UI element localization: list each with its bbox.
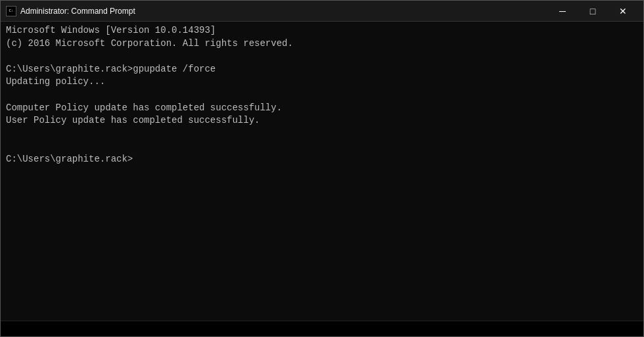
terminal-line: C:\Users\graphite.rack>gpupdate /force: [6, 63, 638, 76]
terminal-line: (c) 2016 Microsoft Corporation. All righ…: [6, 37, 638, 51]
minimize-button[interactable]: ─: [547, 1, 578, 22]
maximize-button[interactable]: □: [578, 1, 608, 22]
terminal-line: Computer Policy update has completed suc…: [6, 102, 638, 115]
window: Administrator: Command Prompt ─ □ ✕ Micr…: [0, 0, 644, 337]
window-controls: ─ □ ✕: [547, 1, 638, 22]
cmd-app-icon: [6, 6, 16, 16]
title-bar-left: Administrator: Command Prompt: [6, 6, 135, 16]
terminal-line: User Policy update has completed success…: [6, 114, 638, 127]
title-bar: Administrator: Command Prompt ─ □ ✕: [1, 1, 643, 22]
terminal-line: [6, 89, 638, 102]
close-button[interactable]: ✕: [608, 1, 638, 22]
terminal-line: [6, 140, 638, 153]
taskbar: [1, 321, 643, 336]
terminal-body[interactable]: Microsoft Windows [Version 10.0.14393](c…: [1, 22, 643, 321]
terminal-line: Updating policy...: [6, 76, 638, 89]
terminal-line: Microsoft Windows [Version 10.0.14393]: [6, 24, 638, 37]
window-title: Administrator: Command Prompt: [20, 7, 135, 16]
terminal-line: [6, 127, 638, 141]
terminal-line: C:\Users\graphite.rack>: [6, 153, 638, 166]
terminal-line: [6, 50, 638, 63]
cmd-icon: [6, 6, 16, 16]
